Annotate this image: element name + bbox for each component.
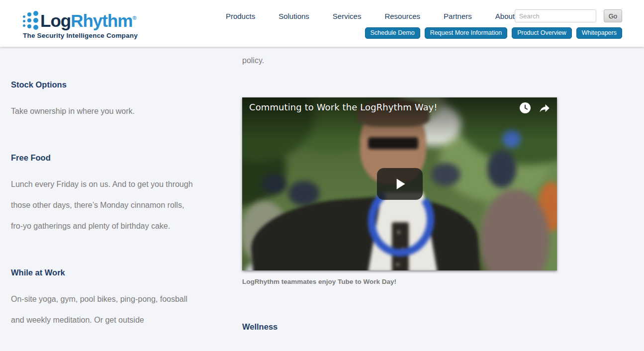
- benefit-text: On-site yoga, gym, pool bikes, ping-pong…: [11, 289, 197, 331]
- request-info-button[interactable]: Request More Information: [425, 27, 508, 39]
- play-icon: [391, 176, 408, 192]
- registered-mark: ®: [132, 15, 136, 21]
- nav-item-services[interactable]: Services: [333, 12, 362, 20]
- whitepapers-button[interactable]: Whitepapers: [576, 27, 622, 39]
- nav-item-resources[interactable]: Resources: [384, 12, 420, 20]
- logo-dots-icon: [23, 11, 39, 28]
- wellness-heading: Wellness: [242, 322, 557, 332]
- benefit-text: Lunch every Friday is on us. And to get …: [11, 174, 197, 237]
- nav-item-partners[interactable]: Partners: [444, 12, 472, 20]
- search-bar: Go: [515, 9, 622, 22]
- content-column: policy. Commuting to Work the LogRhythm …: [242, 47, 557, 332]
- share-icon[interactable]: [538, 102, 550, 114]
- logrhythm-logo[interactable]: LogRhythm® The Security Intelligence Com…: [23, 8, 138, 39]
- site-header: LogRhythm® The Security Intelligence Com…: [0, 0, 644, 47]
- logo-word-log: Log: [40, 11, 71, 30]
- paragraph-tail: policy.: [242, 50, 557, 71]
- benefit-while-at-work: While at Work On-site yoga, gym, pool bi…: [11, 267, 197, 331]
- logo-wordmark: LogRhythm®: [40, 8, 136, 31]
- benefit-heading: Free Food: [11, 153, 197, 163]
- main-nav: Products Solutions Services Resources Pa…: [226, 12, 515, 20]
- video-caption: LogRhythm teammates enjoy Tube to Work D…: [242, 278, 557, 285]
- nav-item-solutions[interactable]: Solutions: [278, 12, 309, 20]
- cta-button-row: Schedule Demo Request More Information P…: [365, 27, 622, 39]
- search-go-button[interactable]: Go: [604, 9, 622, 22]
- schedule-demo-button[interactable]: Schedule Demo: [365, 27, 420, 39]
- youtube-video-player[interactable]: Commuting to Work the LogRhythm Way!: [242, 97, 557, 270]
- benefit-stock-options: Stock Options Take ownership in where yo…: [11, 80, 197, 122]
- logo-word-rhythm: Rhythm: [71, 11, 132, 30]
- nav-item-about[interactable]: About: [495, 12, 515, 20]
- benefits-column: Stock Options Take ownership in where yo…: [11, 47, 197, 331]
- nav-item-products[interactable]: Products: [226, 12, 255, 20]
- watch-later-icon[interactable]: [519, 102, 531, 114]
- benefit-free-food: Free Food Lunch every Friday is on us. A…: [11, 153, 197, 237]
- benefit-heading: While at Work: [11, 267, 197, 277]
- logo-tagline: The Security Intelligence Company: [23, 32, 138, 39]
- benefit-text: Take ownership in where you work.: [11, 101, 197, 122]
- product-overview-button[interactable]: Product Overview: [512, 27, 572, 39]
- search-input[interactable]: [515, 9, 596, 22]
- benefit-heading: Stock Options: [11, 80, 197, 89]
- play-button[interactable]: [377, 168, 423, 200]
- video-title[interactable]: Commuting to Work the LogRhythm Way!: [249, 102, 438, 112]
